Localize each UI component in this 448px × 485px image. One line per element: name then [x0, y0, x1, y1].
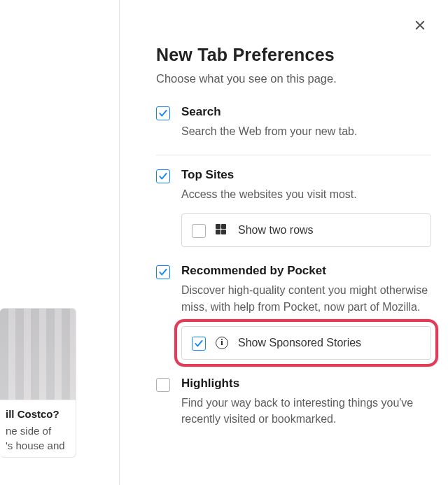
topsites-checkbox[interactable] [156, 169, 170, 183]
divider [156, 155, 431, 155]
highlights-heading: Highlights [181, 377, 431, 391]
pocket-desc: Discover high-quality content you might … [181, 282, 431, 314]
highlights-desc: Find your way back to interesting things… [181, 395, 431, 427]
section-search: Search Search the Web from your new tab. [156, 105, 431, 152]
story-card[interactable]: ill Costco? ne side of 's house and [0, 308, 76, 458]
section-topsites: Top Sites Access the websites you visit … [156, 168, 431, 247]
search-checkbox[interactable] [156, 106, 170, 120]
story-card-image [0, 309, 76, 400]
section-highlights: Highlights Find your way back to interes… [156, 377, 431, 440]
search-heading: Search [181, 105, 431, 119]
check-icon [158, 267, 168, 277]
pocket-heading: Recommended by Pocket [181, 264, 431, 278]
check-icon [158, 108, 168, 118]
check-icon [194, 339, 204, 349]
topsites-desc: Access the websites you visit most. [181, 186, 431, 202]
new-tab-preferences-panel: New Tab Preferences Choose what you see … [120, 0, 448, 485]
check-icon [158, 171, 168, 181]
tworows-checkbox[interactable] [192, 224, 206, 238]
pocket-checkbox[interactable] [156, 265, 170, 279]
story-card-line: ne side of [6, 424, 69, 438]
tworows-label: Show two rows [238, 224, 314, 237]
sponsored-checkbox[interactable] [192, 337, 206, 351]
search-desc: Search the Web from your new tab. [181, 123, 431, 139]
close-button[interactable] [410, 15, 430, 35]
topsites-tworows-option[interactable]: Show two rows [181, 213, 431, 247]
story-card-title: ill Costco? [6, 407, 69, 421]
topsites-heading: Top Sites [181, 168, 431, 182]
panel-title: New Tab Preferences [156, 45, 431, 65]
highlights-checkbox[interactable] [156, 378, 170, 392]
panel-subtitle: Choose what you see on this page. [156, 72, 431, 85]
info-icon[interactable]: i [216, 337, 228, 349]
grid-icon [216, 224, 228, 237]
story-card-line: 's house and [6, 439, 69, 453]
sponsored-stories-option[interactable]: i Show Sponsored Stories [181, 326, 431, 360]
close-icon [414, 19, 426, 31]
sponsored-label: Show Sponsored Stories [238, 337, 361, 349]
section-pocket: Recommended by Pocket Discover high-qual… [156, 264, 431, 359]
